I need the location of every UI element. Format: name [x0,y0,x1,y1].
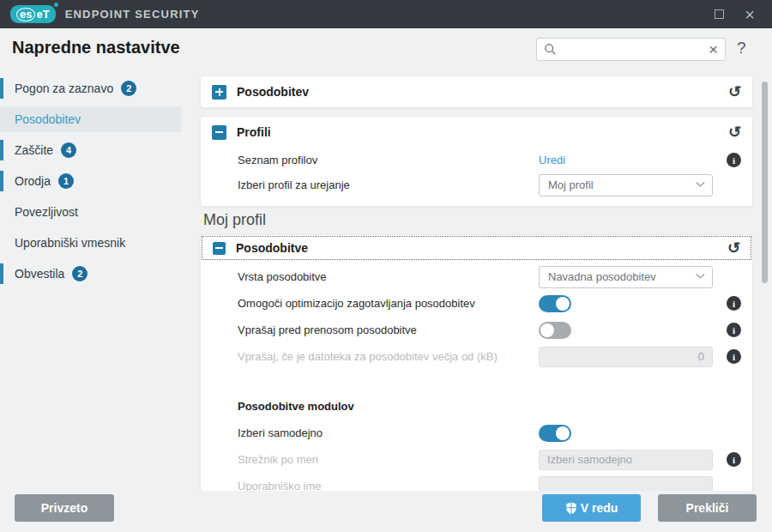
section-posodobitev-collapsed: Posodobitev ↺ [200,76,753,108]
expand-icon[interactable] [212,85,226,100]
status-badge: 4 [61,142,76,158]
uac-shield-icon [565,502,577,515]
profile-heading: Moj profil [203,211,753,229]
accent-bar [0,78,3,99]
optimize-toggle[interactable] [539,295,571,312]
product-name: ENDPOINT SECURITY [65,8,200,21]
info-icon[interactable]: i [727,452,741,467]
maximize-icon[interactable] [715,9,724,19]
sidebar-item-label: Pogon za zaznavo [15,82,113,95]
profile-select[interactable]: Moj profil [539,174,713,196]
ok-button-label: V redu [581,501,618,515]
section-title: Posodobitev [237,85,309,99]
scrollbar[interactable] [762,76,768,487]
status-badge: 2 [72,266,87,281]
status-badge: 2 [121,81,136,96]
setting-label: Omogoči optimizacijo zagotavljanja posod… [238,297,539,310]
collapse-icon[interactable] [212,125,226,140]
revert-icon[interactable]: ↺ [728,124,741,140]
sidebar-item-label: Uporabniški vmesnik [15,236,125,250]
page-title: Napredne nastavitve [12,38,180,57]
sidebar-item-label: Posodobitev [15,112,81,126]
setting-label: Vrsta posodobitve [238,270,539,283]
info-icon[interactable]: i [727,296,741,311]
footer-bar: Privzeto V redu Prekliči [0,491,772,532]
setting-label: Izberi samodejno [238,426,539,439]
setting-label: Vprašaj pred prenosom posodobitve [238,323,539,336]
sidebar-item-povezljivost[interactable]: Povezljivost [0,196,199,227]
username-input [539,476,713,493]
ok-button[interactable]: V redu [542,494,641,522]
setting-row-uporabnisko-ime: Uporabniško ime [201,473,752,492]
edit-link[interactable]: Uredi [539,154,565,166]
close-icon[interactable]: × [745,6,755,23]
setting-row-streznik-po-meri: Strežnik po meri i [201,446,752,473]
help-icon[interactable]: ? [737,39,746,57]
collapse-icon[interactable] [213,242,226,255]
titlebar: eseT ENDPOINT SECURITY × [0,0,772,28]
setting-label: Izberi profil za urejanje [238,178,539,191]
revert-icon[interactable]: ↺ [728,84,741,100]
sidebar-item-orodja[interactable]: Orodja 1 [0,166,199,196]
select-value: Moj profil [548,178,594,191]
ask-before-toggle[interactable] [539,322,571,339]
revert-icon[interactable]: ↺ [727,240,740,256]
section-title: Posodobitve [236,241,308,255]
sidebar: Pogon za zaznavo 2 Posodobitev Zaščite 4… [0,73,199,289]
sidebar-item-uporabniski-vmesnik[interactable]: Uporabniški vmesnik [0,227,199,258]
size-threshold-input [539,347,713,367]
sidebar-item-label: Orodja [15,174,51,188]
section-posodobitve-header[interactable]: Posodobitve ↺ [202,236,751,260]
setting-label: Strežnik po meri [238,453,539,466]
cancel-button-label: Prekliči [686,501,729,515]
chevron-down-icon [697,270,705,279]
sidebar-item-posodobitev[interactable]: Posodobitev [0,104,199,135]
accent-bar [0,263,3,284]
accent-bar [0,171,3,191]
accent-bar [0,140,3,160]
setting-row-optimizacija: Omogoči optimizacijo zagotavljanja posod… [201,290,752,317]
sidebar-item-label: Zaščite [15,143,53,157]
sidebar-item-zascite[interactable]: Zaščite 4 [0,135,199,166]
info-icon[interactable]: i [727,349,741,364]
sidebar-item-pogon-za-zaznavo[interactable]: Pogon za zaznavo 2 [0,73,199,104]
select-value: Navadna posodobitev [548,270,656,283]
setting-row-vprasaj-pred-prenosom: Vprašaj pred prenosom posodobitve i [201,317,752,343]
sidebar-item-label: Obvestila [15,267,64,281]
setting-label: Seznam profilov [238,154,539,166]
sidebar-item-label: Povezljivost [15,205,78,219]
eset-logo-es: es [16,8,35,21]
setting-label: Vprašaj, če je datoteka za posodobitev v… [238,350,539,363]
section-title: Profili [237,125,271,139]
clear-search-icon[interactable]: × [709,43,718,57]
section-profili: Profili ↺ Seznam profilov Uredi i Izberi… [200,116,753,207]
toggle-knob [556,426,570,440]
custom-server-input [539,450,713,470]
module-updates-heading: Posodobitve modulov [201,393,752,420]
setting-row-seznam-profilov: Seznam profilov Uredi i [201,148,752,172]
toggle-knob [556,297,570,311]
info-icon[interactable]: i [727,323,741,337]
default-button-label: Privzeto [41,501,87,515]
cancel-button[interactable]: Prekliči [658,494,757,522]
search-input[interactable] [557,43,709,56]
info-icon[interactable]: i [727,153,741,167]
setting-row-vrsta-posodobitve: Vrsta posodobitve Navadna posodobitev [201,263,752,290]
trademark-dot [54,3,58,7]
setting-row-vprasaj-velikost: Vprašaj, če je datoteka za posodobitev v… [201,343,752,370]
default-button[interactable]: Privzeto [15,494,114,522]
settings-content: Posodobitev ↺ Profili ↺ Seznam profilov … [200,76,753,492]
scrollbar-thumb[interactable] [762,82,768,283]
setting-label: Uporabniško ime [238,480,539,492]
sidebar-item-obvestila[interactable]: Obvestila 2 [0,258,199,289]
search-box[interactable]: × [536,38,726,61]
setting-row-izberi-profil: Izberi profil za urejanje Moj profil [201,172,752,198]
eset-logo: eseT [10,5,56,23]
update-type-select[interactable]: Navadna posodobitev [539,266,713,288]
auto-select-toggle[interactable] [539,425,571,442]
setting-row-izberi-samodejno: Izberi samodejno [201,420,752,446]
search-icon [544,43,557,56]
toggle-knob [540,323,554,337]
chevron-down-icon [697,178,705,187]
status-badge: 1 [58,173,74,189]
